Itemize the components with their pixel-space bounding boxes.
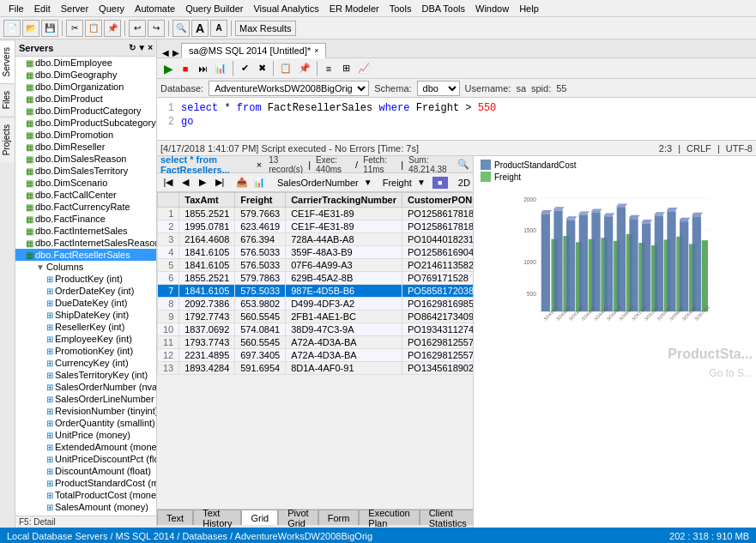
toolbar-open[interactable]: 📂 xyxy=(22,20,39,37)
step-btn[interactable]: ⏭ xyxy=(195,61,210,76)
bottom-tab-client-statistics[interactable]: Client Statistics xyxy=(420,510,473,525)
toolbar-redo[interactable]: ↪ xyxy=(148,20,165,37)
filter-label[interactable]: Freight xyxy=(379,178,415,188)
menu-item-server[interactable]: Server xyxy=(56,2,94,15)
table-row[interactable]: 13 1893.4284 591.6954 8D1A-4AF0-91 PO134… xyxy=(158,362,474,375)
table-row[interactable]: 7 1841.6105 575.5033 987E-4D5B-B6 PO5858… xyxy=(158,285,474,298)
results-close-icon[interactable]: × xyxy=(257,160,262,170)
database-select[interactable]: AdventureWorksDW2008BigOrig xyxy=(209,81,369,96)
tree-item[interactable]: ⊞DueDateKey (int) xyxy=(15,297,156,309)
view-color-btn[interactable]: ■ xyxy=(432,177,448,189)
grid-nav-next[interactable]: ▶ xyxy=(195,175,210,190)
tree-item[interactable]: ⊞ExtendedAmount (money) xyxy=(15,441,156,453)
bottom-tab-text[interactable]: Text xyxy=(157,510,193,525)
q-copy-btn[interactable]: 📋 xyxy=(277,61,294,76)
tree-item[interactable]: ⊞SalesOrderLineNumber (t xyxy=(15,393,156,405)
tree-item[interactable]: ⊞UnitPriceDiscountPct (floa xyxy=(15,453,156,465)
sidebar-refresh-icon[interactable]: ↻ xyxy=(129,43,136,52)
servers-tab[interactable]: Servers xyxy=(0,39,15,83)
table-row[interactable]: 8 2092.7386 653.9802 D499-4DF3-A2 PO1629… xyxy=(158,298,474,311)
q-chart-btn[interactable]: 📈 xyxy=(355,61,372,76)
rollback-btn[interactable]: ✖ xyxy=(254,61,269,76)
table-row[interactable]: 6 1855.2521 579.7863 629B-45A2-8B PO7691… xyxy=(158,272,474,285)
tree-item[interactable]: ▦dbo.FactResellerSales xyxy=(15,249,156,261)
grid-nav-prev[interactable]: ◀ xyxy=(178,175,193,190)
q-paste-btn[interactable]: 📌 xyxy=(296,61,313,76)
bottom-tab-text-history[interactable]: Text History xyxy=(193,510,241,525)
tree-item[interactable]: ⊞EmployeeKey (int) xyxy=(15,333,156,345)
table-row[interactable]: 2 1995.0781 623.4619 CE1F-4E31-89 PO1258… xyxy=(158,220,474,233)
q-grid-btn[interactable]: ⊞ xyxy=(338,61,354,76)
tree-item[interactable]: ⊞TotalProductCost (money) xyxy=(15,489,156,501)
grid-chart[interactable]: 📊 xyxy=(251,175,267,190)
menu-item-automate[interactable]: Automate xyxy=(130,2,180,15)
tree-item[interactable]: ▦dbo.DimOrganization xyxy=(15,81,156,93)
grid-col-taxamt[interactable]: TaxAmt xyxy=(179,193,235,208)
menu-item-file[interactable]: File xyxy=(3,2,29,15)
grid-col-carrier[interactable]: CarrierTrackingNumber xyxy=(286,193,402,208)
query-tab-close[interactable]: × xyxy=(314,46,318,55)
menu-item-query[interactable]: Query xyxy=(94,2,130,15)
table-row[interactable]: 11 1793.7743 560.5545 A72A-4D3A-BA PO162… xyxy=(158,336,474,349)
tree-item[interactable]: ⊞SalesTerritoryKey (int) xyxy=(15,369,156,381)
tree-item[interactable]: ▦dbo.DimSalesTerritory xyxy=(15,165,156,177)
tree-item[interactable]: ⊞SalesAmount (money) xyxy=(15,501,156,513)
toolbar-new[interactable]: 📄 xyxy=(3,20,21,37)
grid-export[interactable]: 📤 xyxy=(234,175,250,190)
tree-item[interactable]: ⊞ResellerKey (int) xyxy=(15,321,156,333)
tree-item[interactable]: ▦dbo.FactCurrencyRate xyxy=(15,201,156,213)
tree-item[interactable]: ▦dbo.DimProduct xyxy=(15,93,156,105)
tree-item[interactable]: ⊞DiscountAmount (float) xyxy=(15,465,156,477)
bottom-tab-execution-plan[interactable]: Execution Plan xyxy=(359,510,419,525)
tree-item[interactable]: ▦dbo.DimScenario xyxy=(15,177,156,189)
menu-item-tools[interactable]: Tools xyxy=(384,2,417,15)
tree-item[interactable]: ▼Columns xyxy=(15,261,156,273)
files-tab[interactable]: Files xyxy=(0,83,15,116)
tree-item[interactable]: ▦dbo.DimReseller xyxy=(15,141,156,153)
menu-item-query-builder[interactable]: Query Builder xyxy=(180,2,248,15)
toolbar-copy[interactable]: 📋 xyxy=(85,20,102,37)
bottom-tab-form[interactable]: Form xyxy=(318,510,360,525)
tree-item[interactable]: ▦dbo.DimGeography xyxy=(15,69,156,81)
grid-col-freight[interactable]: Freight xyxy=(235,193,286,208)
commit-btn[interactable]: ✔ xyxy=(237,61,252,76)
toolbar-a-small[interactable]: A xyxy=(210,20,227,37)
tree-item[interactable]: ▦dbo.DimEmployee xyxy=(15,57,156,69)
tree-item[interactable]: ▦dbo.DimSalesReason xyxy=(15,153,156,165)
grid-nav-first[interactable]: |◀ xyxy=(160,175,176,190)
sidebar-close-icon[interactable]: × xyxy=(148,43,153,52)
menu-item-edit[interactable]: Edit xyxy=(29,2,56,15)
tree-item[interactable]: ⊞PromotionKey (int) xyxy=(15,345,156,357)
tab-prev-btn[interactable]: ◀ xyxy=(160,48,171,57)
bottom-tab-grid[interactable]: Grid xyxy=(241,510,278,525)
tab-next-btn[interactable]: ▶ xyxy=(171,48,181,57)
menu-item-help[interactable]: Help xyxy=(514,2,544,15)
tree-item[interactable]: ⊞SalesOrderNumber (nvarc xyxy=(15,381,156,393)
menu-item-visual-analytics[interactable]: Visual Analytics xyxy=(248,2,324,15)
tree-item[interactable]: ▦dbo.FactInternetSalesReason xyxy=(15,237,156,249)
toolbar-paste[interactable]: 📌 xyxy=(104,20,121,37)
tree-item[interactable]: ⊞UnitPrice (money) xyxy=(15,429,156,441)
tree-item[interactable]: ▦dbo.FactCallCenter xyxy=(15,189,156,201)
toolbar-a-large[interactable]: A xyxy=(191,20,209,37)
run-btn[interactable]: ▶ xyxy=(160,61,176,76)
view-mode-label[interactable]: 2D xyxy=(455,178,473,188)
table-row[interactable]: 9 1792.7743 560.5545 2FB1-4AE1-BC PO8642… xyxy=(158,311,474,323)
menu-item-er-modeler[interactable]: ER Modeler xyxy=(324,2,384,15)
explain-btn[interactable]: 📊 xyxy=(212,61,229,76)
toolbar-undo[interactable]: ↩ xyxy=(129,20,146,37)
tree-item[interactable]: ⊞CurrencyKey (int) xyxy=(15,357,156,369)
stop-btn[interactable]: ■ xyxy=(178,61,193,76)
tree-item[interactable]: ▦dbo.DimProductCategory xyxy=(15,105,156,117)
grid-col-customer[interactable]: CustomerPONumber xyxy=(402,193,473,208)
toolbar-save[interactable]: 💾 xyxy=(41,20,58,37)
table-row[interactable]: 12 2231.4895 697.3405 A72A-4D3A-BA PO162… xyxy=(158,349,474,362)
grid-nav-last[interactable]: ▶| xyxy=(212,175,227,190)
table-row[interactable]: 4 1841.6105 576.5033 359F-48A3-B9 PO1258… xyxy=(158,246,474,259)
tree-item[interactable]: ▦dbo.FactInternetSales xyxy=(15,225,156,237)
tree-item[interactable]: ⊞ShipDateKey (int) xyxy=(15,309,156,321)
sql-editor[interactable]: 1 select * from FactResellerSales where … xyxy=(157,98,756,141)
menu-item-window[interactable]: Window xyxy=(470,2,514,15)
tree-item[interactable]: ▦dbo.DimProductSubcategory xyxy=(15,117,156,129)
sort-label[interactable]: SalesOrderNumber xyxy=(274,178,362,188)
